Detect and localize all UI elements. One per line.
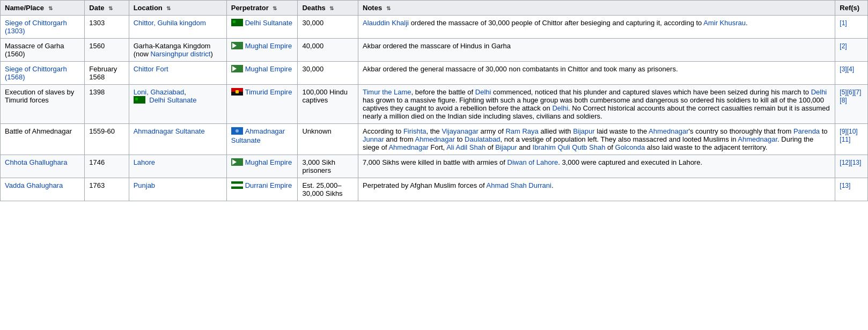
svg-point-12 xyxy=(236,129,239,133)
svg-rect-16 xyxy=(231,184,243,187)
location-link[interactable]: Punjab xyxy=(134,181,155,189)
cell-deaths: Unknown xyxy=(298,124,358,155)
ref-link[interactable]: [6] xyxy=(847,89,854,96)
location-link[interactable]: Narsinghpur district xyxy=(150,50,210,58)
svg-rect-10 xyxy=(236,90,239,93)
ref-link[interactable]: [13] xyxy=(840,182,850,189)
link-ali-adil-shah[interactable]: Ali Adil Shah xyxy=(446,143,486,151)
link-ibrahim-quli-qutb-shah[interactable]: Ibrahim Quli Qutb Shah xyxy=(533,143,606,151)
link-ahmednagar[interactable]: Ahmednagar xyxy=(388,143,428,151)
col-header-name[interactable]: Name/Place ⇅ xyxy=(1,1,85,16)
cell-name: Siege of Chittorgarh (1303) xyxy=(1,16,85,39)
location-link[interactable]: Chittor, Guhila kingdom xyxy=(134,19,206,27)
cell-name: Battle of Ahmednagar xyxy=(1,124,85,155)
link-ahmednagar[interactable]: Ahmednagar xyxy=(738,135,777,143)
location-link[interactable]: Chittor Fort xyxy=(134,65,168,73)
link-amir-khusrau[interactable]: Amir Khusrau xyxy=(703,19,746,27)
sort-arrow-perpetrator: ⇅ xyxy=(273,5,277,11)
cell-location: Garha-Katanga Kingdom (now Narsinghpur d… xyxy=(129,39,226,62)
perpetrator-link[interactable]: Mughal Empire xyxy=(245,65,292,73)
perpetrator-link[interactable]: Mughal Empire xyxy=(245,158,292,166)
link-ahmednagar[interactable]: Ahmednagar xyxy=(649,127,688,135)
link-ahmad-shah-durrani[interactable]: Ahmad Shah Durrani xyxy=(487,181,551,189)
flag-mughal xyxy=(231,42,243,51)
cell-location: Lahore xyxy=(129,155,226,178)
col-header-location[interactable]: Location ⇅ xyxy=(129,1,226,16)
col-label-name: Name/Place xyxy=(5,4,44,12)
col-header-notes[interactable]: Notes ⇅ xyxy=(358,1,835,16)
ref-link[interactable]: [13] xyxy=(850,159,861,166)
cell-refs: [2] xyxy=(835,39,868,62)
ref-link[interactable]: [5] xyxy=(840,89,847,96)
cell-perpetrator: Timurid Empire xyxy=(226,85,298,124)
ref-link[interactable]: [9] xyxy=(840,128,847,135)
location-link[interactable]: Lahore xyxy=(134,158,155,166)
cell-refs: [13] xyxy=(835,178,868,201)
cell-notes: Akbar ordered the general massacre of 30… xyxy=(358,62,835,85)
link-daulatabad[interactable]: Daulatabad xyxy=(465,135,501,143)
perpetrator-link[interactable]: Mughal Empire xyxy=(245,42,292,50)
perpetrator-link[interactable]: Delhi Sultanate xyxy=(245,19,292,27)
cell-date: 1559-60 xyxy=(85,124,129,155)
ref-link[interactable]: [10] xyxy=(847,128,858,135)
table-row: Chhota Ghallughara1746LahoreMughal Empir… xyxy=(1,155,868,178)
name-link[interactable]: Siege of Chittorgarh (1568) xyxy=(5,65,67,81)
col-header-date[interactable]: Date ⇅ xyxy=(85,1,129,16)
flag-mughal xyxy=(231,65,243,74)
cell-refs: [1] xyxy=(835,16,868,39)
link-ram-raya[interactable]: Ram Raya xyxy=(505,127,538,135)
link-delhi[interactable]: Delhi xyxy=(811,88,827,96)
cell-perpetrator: Mughal Empire xyxy=(226,39,298,62)
cell-perpetrator: Mughal Empire xyxy=(226,62,298,85)
perpetrator-link[interactable]: Timurid Empire xyxy=(245,88,292,96)
col-header-deaths[interactable]: Deaths ⇅ xyxy=(298,1,358,16)
col-header-perpetrator[interactable]: Perpetrator ⇅ xyxy=(226,1,298,16)
ref-link[interactable]: [11] xyxy=(840,136,850,143)
ref-link[interactable]: [7] xyxy=(854,89,861,96)
col-header-refs[interactable]: Ref(s) xyxy=(835,1,868,16)
link-golconda[interactable]: Golconda xyxy=(615,143,645,151)
link-timur-the-lame[interactable]: Timur the Lame xyxy=(363,88,411,96)
ref-link[interactable]: [12] xyxy=(840,159,850,166)
link-diwan-of-lahore[interactable]: Diwan of Lahore xyxy=(507,158,558,166)
ref-link[interactable]: [2] xyxy=(840,42,847,50)
location-link-loni[interactable]: Loni, Ghaziabad xyxy=(134,88,185,96)
link-delhi[interactable]: Delhi xyxy=(552,104,568,112)
cell-name: Massacre of Garha (1560) xyxy=(1,39,85,62)
svg-rect-1 xyxy=(233,20,236,23)
name-link[interactable]: Vadda Ghalughara xyxy=(5,181,63,189)
link-parenda[interactable]: Parenda xyxy=(793,127,820,135)
location-link[interactable]: Ahmadnagar Sultanate xyxy=(134,127,205,135)
perpetrator-link[interactable]: Durrani Empire xyxy=(245,181,292,189)
cell-perpetrator: Mughal Empire xyxy=(226,155,298,178)
cell-notes: Akbar ordered the masscare of Hindus in … xyxy=(358,39,835,62)
cell-notes: According to Firishta, the Vijayanagar a… xyxy=(358,124,835,155)
flag-delhi xyxy=(231,19,243,28)
cell-notes: 7,000 Sikhs were killed in battle with a… xyxy=(358,155,835,178)
cell-date: February 1568 xyxy=(85,62,129,85)
link-delhi[interactable]: Delhi xyxy=(475,88,491,96)
location-link-delhi-sultanate[interactable]: Delhi Sultanate xyxy=(149,96,196,104)
cell-date: 1763 xyxy=(85,178,129,201)
col-label-date: Date xyxy=(89,4,104,12)
name-link[interactable]: Siege of Chittorgarh (1303) xyxy=(5,19,67,35)
link-firishta[interactable]: Firishta xyxy=(403,127,426,135)
cell-deaths: 30,000 xyxy=(298,62,358,85)
link-vijayanagar[interactable]: Vijayanagar xyxy=(442,127,478,135)
link-bijapur[interactable]: Bijapur xyxy=(573,127,594,135)
link-ahmednagar[interactable]: Ahmednagar xyxy=(415,135,455,143)
cell-name: Execution of slaves by Timurid forces xyxy=(1,85,85,124)
ref-link[interactable]: [4] xyxy=(847,65,854,73)
ref-link[interactable]: [1] xyxy=(840,19,847,27)
name-link[interactable]: Chhota Ghallughara xyxy=(5,158,67,166)
link-alauddin-khalji[interactable]: Alauddin Khalji xyxy=(363,19,409,27)
link-bijapur[interactable]: Bijapur xyxy=(495,143,517,151)
sort-arrow-deaths: ⇅ xyxy=(329,5,334,11)
table-row: Battle of Ahmednagar1559-60Ahmadnagar Su… xyxy=(1,124,868,155)
col-label-deaths: Deaths xyxy=(302,4,325,12)
link-junnar[interactable]: Junnar xyxy=(363,135,384,143)
ref-link[interactable]: [8] xyxy=(840,97,847,104)
col-label-refs: Ref(s) xyxy=(840,4,859,12)
cell-date: 1303 xyxy=(85,16,129,39)
ref-link[interactable]: [3] xyxy=(840,65,847,73)
